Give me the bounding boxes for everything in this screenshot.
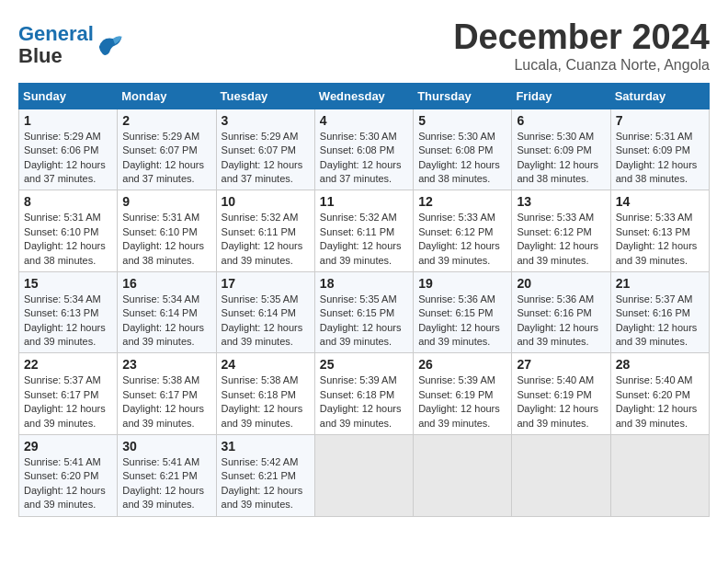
day-number: 29: [24, 439, 112, 454]
calendar-week-4: 22 Sunrise: 5:37 AM Sunset: 6:17 PM Dayl…: [19, 353, 710, 435]
day-number: 1: [24, 113, 112, 128]
day-number: 30: [122, 439, 210, 454]
calendar-cell: [512, 435, 610, 517]
day-number: 9: [122, 194, 210, 209]
day-number: 16: [122, 276, 210, 291]
calendar-cell: 16 Sunrise: 5:34 AM Sunset: 6:14 PM Dayl…: [118, 271, 216, 353]
day-info: Sunrise: 5:38 AM Sunset: 6:17 PM Dayligh…: [122, 373, 210, 431]
header-sunday: Sunday: [19, 83, 118, 109]
calendar-cell: 28 Sunrise: 5:40 AM Sunset: 6:20 PM Dayl…: [610, 353, 709, 435]
day-info: Sunrise: 5:34 AM Sunset: 6:14 PM Dayligh…: [122, 293, 210, 350]
day-number: 12: [418, 194, 506, 209]
calendar-cell: 24 Sunrise: 5:38 AM Sunset: 6:18 PM Dayl…: [216, 353, 314, 435]
day-number: 10: [222, 194, 310, 209]
day-info: Sunrise: 5:40 AM Sunset: 6:19 PM Dayligh…: [517, 373, 605, 431]
day-info: Sunrise: 5:33 AM Sunset: 6:13 PM Dayligh…: [616, 211, 704, 268]
calendar-cell: [414, 435, 512, 517]
calendar-cell: [610, 435, 709, 517]
calendar-cell: 7 Sunrise: 5:31 AM Sunset: 6:09 PM Dayli…: [610, 109, 709, 190]
logo-text: GeneralBlue: [18, 23, 94, 67]
calendar-cell: 4 Sunrise: 5:30 AM Sunset: 6:08 PM Dayli…: [314, 109, 413, 190]
day-info: Sunrise: 5:41 AM Sunset: 6:20 PM Dayligh…: [24, 455, 112, 512]
day-number: 13: [517, 194, 605, 209]
calendar-week-3: 15 Sunrise: 5:34 AM Sunset: 6:13 PM Dayl…: [19, 271, 710, 353]
logo: GeneralBlue: [18, 23, 123, 67]
day-info: Sunrise: 5:39 AM Sunset: 6:19 PM Dayligh…: [418, 373, 506, 431]
day-info: Sunrise: 5:29 AM Sunset: 6:07 PM Dayligh…: [122, 130, 210, 187]
day-info: Sunrise: 5:36 AM Sunset: 6:16 PM Dayligh…: [517, 293, 605, 350]
day-info: Sunrise: 5:31 AM Sunset: 6:09 PM Dayligh…: [616, 130, 704, 187]
day-info: Sunrise: 5:37 AM Sunset: 6:16 PM Dayligh…: [616, 293, 704, 350]
day-number: 24: [222, 357, 310, 372]
day-number: 21: [616, 276, 704, 291]
calendar-cell: [314, 435, 413, 517]
day-info: Sunrise: 5:36 AM Sunset: 6:15 PM Dayligh…: [418, 293, 506, 350]
calendar-cell: 9 Sunrise: 5:31 AM Sunset: 6:10 PM Dayli…: [118, 190, 216, 272]
calendar-cell: 26 Sunrise: 5:39 AM Sunset: 6:19 PM Dayl…: [414, 353, 512, 435]
day-number: 2: [122, 113, 210, 128]
calendar-cell: 13 Sunrise: 5:33 AM Sunset: 6:12 PM Dayl…: [512, 190, 610, 272]
day-info: Sunrise: 5:35 AM Sunset: 6:15 PM Dayligh…: [320, 293, 408, 350]
day-info: Sunrise: 5:32 AM Sunset: 6:11 PM Dayligh…: [320, 211, 408, 268]
calendar-cell: 14 Sunrise: 5:33 AM Sunset: 6:13 PM Dayl…: [610, 190, 709, 272]
calendar-cell: 18 Sunrise: 5:35 AM Sunset: 6:15 PM Dayl…: [314, 271, 413, 353]
month-title: December 2024: [453, 18, 710, 57]
calendar-cell: 5 Sunrise: 5:30 AM Sunset: 6:08 PM Dayli…: [414, 109, 512, 190]
calendar-week-2: 8 Sunrise: 5:31 AM Sunset: 6:10 PM Dayli…: [19, 190, 710, 272]
day-number: 14: [616, 194, 704, 209]
day-number: 3: [222, 113, 310, 128]
calendar-cell: 3 Sunrise: 5:29 AM Sunset: 6:07 PM Dayli…: [216, 109, 314, 190]
calendar-cell: 11 Sunrise: 5:32 AM Sunset: 6:11 PM Dayl…: [314, 190, 413, 272]
calendar-cell: 27 Sunrise: 5:40 AM Sunset: 6:19 PM Dayl…: [512, 353, 610, 435]
page-header: GeneralBlue December 2024 Lucala, Cuanza…: [18, 18, 710, 74]
day-info: Sunrise: 5:32 AM Sunset: 6:11 PM Dayligh…: [222, 211, 310, 268]
day-info: Sunrise: 5:33 AM Sunset: 6:12 PM Dayligh…: [418, 211, 506, 268]
day-info: Sunrise: 5:40 AM Sunset: 6:20 PM Dayligh…: [616, 373, 704, 431]
day-number: 28: [616, 357, 704, 372]
location: Lucala, Cuanza Norte, Angola: [453, 57, 710, 74]
day-number: 23: [122, 357, 210, 372]
day-number: 20: [517, 276, 605, 291]
logo-bird-icon: [96, 32, 123, 58]
header-thursday: Thursday: [414, 83, 512, 109]
day-number: 26: [418, 357, 506, 372]
day-info: Sunrise: 5:38 AM Sunset: 6:18 PM Dayligh…: [222, 373, 310, 431]
day-number: 19: [418, 276, 506, 291]
day-info: Sunrise: 5:41 AM Sunset: 6:21 PM Dayligh…: [122, 455, 210, 512]
calendar-cell: 15 Sunrise: 5:34 AM Sunset: 6:13 PM Dayl…: [19, 271, 118, 353]
header-monday: Monday: [118, 83, 216, 109]
header-friday: Friday: [512, 83, 610, 109]
calendar-cell: 1 Sunrise: 5:29 AM Sunset: 6:06 PM Dayli…: [19, 109, 118, 190]
calendar-cell: 23 Sunrise: 5:38 AM Sunset: 6:17 PM Dayl…: [118, 353, 216, 435]
day-number: 7: [616, 113, 704, 128]
day-info: Sunrise: 5:39 AM Sunset: 6:18 PM Dayligh…: [320, 373, 408, 431]
calendar-week-1: 1 Sunrise: 5:29 AM Sunset: 6:06 PM Dayli…: [19, 109, 710, 190]
day-info: Sunrise: 5:31 AM Sunset: 6:10 PM Dayligh…: [24, 211, 112, 268]
header-saturday: Saturday: [610, 83, 709, 109]
day-info: Sunrise: 5:29 AM Sunset: 6:06 PM Dayligh…: [24, 130, 112, 187]
day-number: 8: [24, 194, 112, 209]
day-info: Sunrise: 5:30 AM Sunset: 6:09 PM Dayligh…: [517, 130, 605, 187]
calendar-cell: 20 Sunrise: 5:36 AM Sunset: 6:16 PM Dayl…: [512, 271, 610, 353]
day-number: 6: [517, 113, 605, 128]
calendar-cell: 29 Sunrise: 5:41 AM Sunset: 6:20 PM Dayl…: [19, 435, 118, 517]
day-number: 15: [24, 276, 112, 291]
calendar-cell: 8 Sunrise: 5:31 AM Sunset: 6:10 PM Dayli…: [19, 190, 118, 272]
calendar-cell: 22 Sunrise: 5:37 AM Sunset: 6:17 PM Dayl…: [19, 353, 118, 435]
day-number: 22: [24, 357, 112, 372]
day-number: 25: [320, 357, 408, 372]
calendar-cell: 31 Sunrise: 5:42 AM Sunset: 6:21 PM Dayl…: [216, 435, 314, 517]
day-number: 11: [320, 194, 408, 209]
day-info: Sunrise: 5:33 AM Sunset: 6:12 PM Dayligh…: [517, 211, 605, 268]
day-number: 27: [517, 357, 605, 372]
day-info: Sunrise: 5:30 AM Sunset: 6:08 PM Dayligh…: [418, 130, 506, 187]
day-number: 18: [320, 276, 408, 291]
calendar-cell: 19 Sunrise: 5:36 AM Sunset: 6:15 PM Dayl…: [414, 271, 512, 353]
calendar-cell: 21 Sunrise: 5:37 AM Sunset: 6:16 PM Dayl…: [610, 271, 709, 353]
header-tuesday: Tuesday: [216, 83, 314, 109]
day-info: Sunrise: 5:31 AM Sunset: 6:10 PM Dayligh…: [122, 211, 210, 268]
calendar-header-row: Sunday Monday Tuesday Wednesday Thursday…: [19, 83, 710, 109]
calendar-cell: 25 Sunrise: 5:39 AM Sunset: 6:18 PM Dayl…: [314, 353, 413, 435]
day-info: Sunrise: 5:34 AM Sunset: 6:13 PM Dayligh…: [24, 293, 112, 350]
calendar-cell: 17 Sunrise: 5:35 AM Sunset: 6:14 PM Dayl…: [216, 271, 314, 353]
